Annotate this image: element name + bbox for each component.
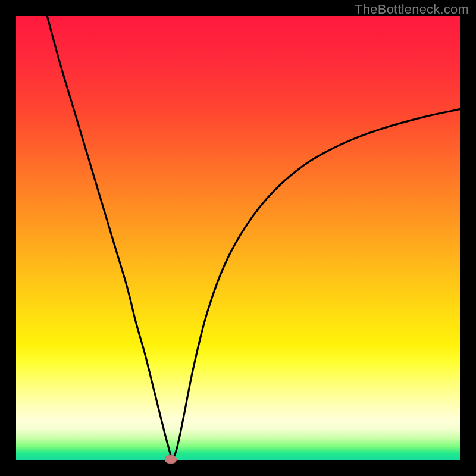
chart-frame: TheBottleneck.com <box>0 0 476 476</box>
plot-area <box>16 16 460 460</box>
chart-curve <box>16 16 460 460</box>
minimum-marker <box>165 455 177 464</box>
watermark-text: TheBottleneck.com <box>355 2 469 17</box>
